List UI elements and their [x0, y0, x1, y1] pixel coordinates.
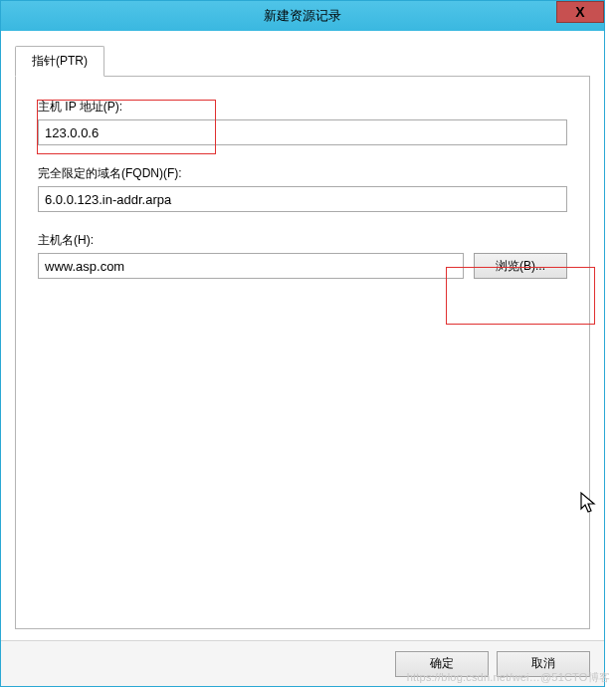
- tab-panel: 主机 IP 地址(P): 完全限定的域名(FQDN)(F): 主机名(H): 浏…: [15, 77, 590, 629]
- field-fqdn: 完全限定的域名(FQDN)(F):: [38, 165, 567, 212]
- cancel-button[interactable]: 取消: [497, 651, 590, 677]
- client-area: 指针(PTR) 主机 IP 地址(P): 完全限定的域名(FQDN)(F): 主…: [1, 31, 604, 640]
- ip-label: 主机 IP 地址(P):: [38, 99, 567, 115]
- tab-ptr[interactable]: 指针(PTR): [15, 46, 104, 77]
- ok-button[interactable]: 确定: [395, 651, 489, 677]
- tab-strip: 指针(PTR): [15, 45, 590, 77]
- titlebar: 新建资源记录 X: [1, 1, 604, 31]
- field-hostname: 主机名(H): 浏览(B)...: [38, 232, 567, 279]
- window-title: 新建资源记录: [1, 7, 604, 25]
- dialog-footer: 确定 取消: [1, 640, 604, 686]
- field-ip: 主机 IP 地址(P):: [38, 99, 567, 145]
- ip-input[interactable]: [38, 119, 567, 145]
- hostname-label: 主机名(H):: [38, 232, 567, 249]
- dialog-window: 新建资源记录 X 指针(PTR) 主机 IP 地址(P): 完全限定的域名(FQ…: [0, 0, 605, 687]
- fqdn-input[interactable]: [38, 186, 567, 212]
- fqdn-label: 完全限定的域名(FQDN)(F):: [38, 165, 567, 182]
- close-icon: X: [575, 4, 584, 20]
- close-button[interactable]: X: [556, 1, 604, 23]
- browse-button[interactable]: 浏览(B)...: [474, 253, 567, 279]
- hostname-input[interactable]: [38, 253, 464, 279]
